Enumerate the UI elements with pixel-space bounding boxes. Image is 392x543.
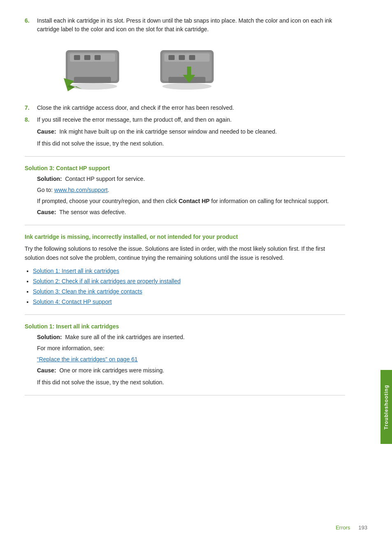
- cause-insert-label: Cause:: [37, 367, 56, 374]
- cause-insert-text: One or more ink cartridges were missing.: [59, 367, 164, 374]
- svg-rect-6: [74, 77, 111, 83]
- bullet-link-4[interactable]: Solution 4: Contact HP support: [33, 298, 112, 305]
- page-footer: Errors 193: [336, 525, 367, 531]
- bullet-item-3: Solution 3: Clean the ink cartridge cont…: [33, 287, 345, 296]
- cartridge-image-left: [58, 42, 131, 95]
- right-tab: Troubleshooting: [380, 370, 392, 444]
- svg-rect-5: [95, 55, 101, 60]
- cause-3-label: Cause:: [37, 209, 56, 215]
- bullet-item-2: Solution 2: Check if all ink cartridges …: [33, 277, 345, 286]
- step-7-number: 7.: [25, 104, 37, 112]
- contact-hp-bold: Contact HP: [179, 198, 210, 204]
- divider-1: [25, 156, 345, 157]
- cause-3: Cause: The sensor was defective.: [37, 208, 345, 217]
- missing-section: Ink cartridge is missing, incorrectly in…: [25, 233, 345, 306]
- cartridge-images: [58, 42, 345, 95]
- step-6: 6. Install each ink cartridge in its slo…: [25, 16, 345, 34]
- missing-bullets: Solution 1: Insert all ink cartridges So…: [33, 267, 345, 306]
- cartridge-image-right: [148, 42, 222, 95]
- bullet-item-4: Solution 4: Contact HP support: [33, 298, 345, 306]
- prompted-line: If prompted, choose your country/region,…: [37, 197, 345, 206]
- solution-3-text: Solution: Contact HP support for service…: [37, 175, 345, 183]
- svg-point-7: [68, 83, 117, 90]
- cause-1-text: Ink might have built up on the ink cartr…: [59, 128, 277, 135]
- solution-1-insert-desc: Make sure all of the ink cartridges are …: [65, 334, 184, 340]
- step-7: 7. Close the ink cartridge access door, …: [25, 104, 345, 112]
- step-8-number: 8.: [25, 116, 37, 124]
- missing-intro: Try the following solutions to resolve t…: [25, 244, 345, 263]
- goto-line: Go to: www.hp.com/support.: [37, 186, 345, 194]
- cause-1: Cause: Ink might have built up on the in…: [37, 127, 345, 136]
- divider-3: [25, 314, 345, 315]
- cause-insert: Cause: One or more ink cartridges were m…: [37, 366, 345, 375]
- page-number: 193: [358, 525, 367, 531]
- svg-point-15: [162, 83, 212, 90]
- missing-heading: Ink cartridge is missing, incorrectly in…: [25, 233, 345, 240]
- cause-1-label: Cause:: [37, 128, 56, 135]
- if-not-solve-insert: If this did not solve the issue, try the…: [37, 378, 345, 387]
- replace-link-line: “Replace the ink cartridges” on page 61: [37, 355, 345, 364]
- replace-cartridges-link[interactable]: “Replace the ink cartridges” on page 61: [37, 356, 138, 363]
- bullet-item-1: Solution 1: Insert all ink cartridges: [33, 267, 345, 275]
- prompted-text-1: If prompted, choose your country/region,…: [37, 198, 179, 204]
- errors-label: Errors: [336, 525, 350, 531]
- solution-3-desc: Contact HP support for service.: [65, 176, 145, 182]
- svg-rect-3: [74, 55, 80, 60]
- divider-2: [25, 225, 345, 225]
- cause-3-text: The sensor was defective.: [59, 209, 126, 215]
- bullet-link-3[interactable]: Solution 3: Clean the ink cartridge cont…: [33, 288, 142, 295]
- step-8: 8. If you still receive the error messag…: [25, 116, 345, 124]
- solution-3-heading: Solution 3: Contact HP support: [25, 165, 345, 171]
- for-more-info: For more information, see:: [37, 344, 345, 353]
- bullet-link-2[interactable]: Solution 2: Check if all ink cartridges …: [33, 278, 181, 284]
- step-6-number: 6.: [25, 16, 37, 34]
- divider-4: [25, 395, 345, 395]
- bullet-link-1[interactable]: Solution 1: Insert all ink cartridges: [33, 268, 119, 274]
- svg-rect-11: [168, 55, 175, 60]
- prompted-text-2: for information on calling for technical…: [210, 198, 329, 204]
- solution-1-insert-text: Solution: Make sure all of the ink cartr…: [37, 333, 345, 342]
- solution-1-insert-section: Solution 1: Insert all ink cartridges So…: [25, 323, 345, 387]
- solution-3-label: Solution:: [37, 176, 62, 182]
- svg-rect-12: [179, 55, 185, 60]
- step-6-text: Install each ink cartridge in its slot. …: [37, 16, 345, 34]
- solution-3-section: Solution 3: Contact HP support Solution:…: [25, 165, 345, 217]
- step-8-text: If you still receive the error message, …: [37, 116, 345, 124]
- svg-rect-13: [189, 55, 195, 60]
- solution-1-insert-label: Solution:: [37, 334, 62, 340]
- if-not-solve-1: If this did not solve the issue, try the…: [37, 139, 345, 148]
- page-container: 6. Install each ink cartridge in its slo…: [0, 0, 370, 420]
- svg-rect-4: [84, 55, 90, 60]
- solution-1-insert-heading: Solution 1: Insert all ink cartridges: [25, 323, 345, 330]
- right-tab-label: Troubleshooting: [383, 385, 389, 430]
- step-7-text: Close the ink cartridge access door, and…: [37, 104, 345, 112]
- goto-label: Go to:: [37, 187, 54, 193]
- hp-support-link[interactable]: www.hp.com/support: [54, 187, 108, 193]
